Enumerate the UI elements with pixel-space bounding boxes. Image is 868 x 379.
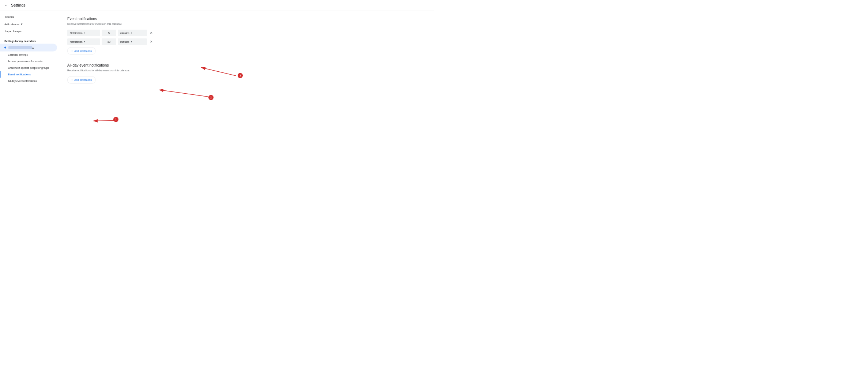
plus-icon: + bbox=[71, 49, 73, 53]
notification-value-1[interactable] bbox=[102, 30, 116, 36]
notification-row-1: Notification ▾ minutes ▾ ✕ bbox=[67, 30, 425, 36]
main-content: Event notifications Receive notification… bbox=[59, 11, 434, 90]
notification-unit-label: minutes bbox=[120, 31, 129, 34]
notification-unit-select-2[interactable]: minutes ▾ bbox=[118, 38, 147, 45]
annotation-badge-2: 2 bbox=[208, 95, 214, 100]
sidebar-sub-item-allday-notifications[interactable]: All-day event notifications bbox=[0, 78, 59, 85]
plus-icon: + bbox=[71, 78, 73, 82]
sub-item-label: Event notifications bbox=[8, 73, 31, 76]
sidebar-sub-item-access-permissions[interactable]: Access permissions for events bbox=[0, 58, 59, 65]
all-day-notifications-section: All-day event notifications Receive noti… bbox=[67, 63, 425, 84]
all-day-notifications-title: All-day event notifications bbox=[67, 63, 425, 68]
sidebar-item-add-calendar[interactable]: Add calendar ▾ bbox=[0, 20, 59, 28]
notification-unit-select-1[interactable]: minutes ▾ bbox=[118, 30, 147, 36]
notification-row-2: Notification ▾ minutes ▾ ✕ bbox=[67, 38, 425, 45]
svg-line-2 bbox=[159, 90, 208, 97]
sidebar-item-label: Import & export bbox=[5, 30, 23, 33]
notification-value-2[interactable] bbox=[102, 38, 116, 45]
sub-item-label: Calendar settings bbox=[8, 53, 28, 56]
event-notifications-section: Event notifications Receive notification… bbox=[67, 17, 425, 55]
remove-icon: ✕ bbox=[150, 40, 153, 44]
sub-item-label: All-day event notifications bbox=[8, 80, 37, 83]
back-button[interactable]: ← bbox=[4, 3, 8, 8]
add-notification-label: Add notification bbox=[74, 79, 92, 82]
sub-item-label: Access permissions for events bbox=[8, 60, 43, 63]
remove-notification-2-button[interactable]: ✕ bbox=[148, 39, 154, 45]
header: ← Settings bbox=[0, 0, 434, 11]
sidebar-item-import-export[interactable]: Import & export bbox=[0, 28, 59, 35]
sidebar-sub-item-calendar-settings[interactable]: Calendar settings bbox=[0, 52, 59, 58]
chevron-down-icon: ▾ bbox=[21, 22, 23, 26]
svg-line-1 bbox=[93, 121, 116, 121]
remove-icon: ✕ bbox=[150, 31, 153, 35]
calendar-name bbox=[8, 46, 32, 49]
notification-type-select-1[interactable]: Notification ▾ bbox=[67, 30, 100, 36]
notification-type-select-2[interactable]: Notification ▾ bbox=[67, 38, 100, 45]
section-header-label: Settings for my calendars bbox=[4, 40, 36, 43]
notification-type-label: Notification bbox=[70, 31, 83, 34]
back-icon: ← bbox=[4, 3, 8, 8]
sidebar-item-label: General bbox=[5, 16, 14, 19]
remove-notification-1-button[interactable]: ✕ bbox=[148, 30, 154, 36]
sidebar-item-label: Add calendar bbox=[4, 23, 19, 26]
chevron-up-icon: ▴ bbox=[32, 46, 34, 50]
dropdown-arrow-icon: ▾ bbox=[131, 32, 132, 34]
add-notification-label: Add notification bbox=[74, 49, 92, 52]
all-day-notifications-desc: Receive notifications for all day events… bbox=[67, 69, 425, 72]
notification-unit-label: minutes bbox=[120, 40, 129, 43]
add-allday-notification-button[interactable]: + Add notification bbox=[67, 76, 96, 84]
dropdown-arrow-icon: ▾ bbox=[131, 41, 132, 43]
dropdown-arrow-icon: ▾ bbox=[84, 41, 85, 43]
sidebar-sub-item-share[interactable]: Share with specific people or groups bbox=[0, 65, 59, 71]
calendar-item[interactable]: ▴ bbox=[0, 44, 57, 52]
calendar-color-dot bbox=[4, 47, 6, 49]
dropdown-arrow-icon: ▾ bbox=[84, 32, 85, 34]
add-event-notification-button[interactable]: + Add notification bbox=[67, 47, 96, 55]
event-notifications-title: Event notifications bbox=[67, 17, 425, 21]
sidebar-item-general[interactable]: General bbox=[0, 14, 59, 20]
sidebar-sub-item-event-notifications[interactable]: Event notifications bbox=[0, 71, 59, 78]
settings-for-my-calendars-header: Settings for my calendars bbox=[0, 38, 59, 44]
annotation-badge-1: 1 bbox=[113, 117, 118, 122]
sub-item-label: Share with specific people or groups bbox=[8, 67, 49, 70]
page-title: Settings bbox=[11, 3, 26, 8]
sidebar: General Add calendar ▾ Import & export S… bbox=[0, 11, 59, 189]
event-notifications-desc: Receive notifications for events on this… bbox=[67, 22, 425, 25]
notification-type-label: Notification bbox=[70, 40, 83, 43]
